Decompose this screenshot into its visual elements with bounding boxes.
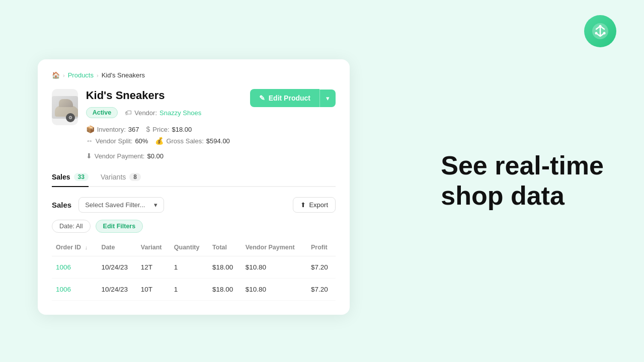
gross-sales-meta: 💰 Gross Sales: $594.00 [155, 137, 229, 145]
price-meta: $ Price: $18.00 [146, 125, 192, 133]
cell-quantity-0: 1 [170, 256, 208, 279]
col-total: Total [208, 240, 242, 256]
cell-total-0: $18.00 [208, 256, 242, 279]
vendor-payment-value: $0.00 [147, 152, 164, 160]
breadcrumb-sep-2: › [97, 72, 99, 78]
vendor-payment-label: Vendor Payment: [95, 152, 145, 160]
select-chevron-icon: ▾ [154, 201, 157, 209]
inventory-value: 367 [128, 126, 139, 133]
cell-variant-1: 10T [137, 279, 170, 301]
breadcrumb-current: Kid's Sneakers [102, 71, 145, 79]
tab-variants-badge: 8 [129, 173, 141, 181]
inventory-label: Inventory: [97, 126, 126, 133]
product-image: ⚙ [52, 89, 78, 125]
sales-section-label: Sales [52, 201, 71, 209]
edit-button-label: Edit Product [269, 94, 310, 102]
cell-vendor-payment-0: $10.80 [242, 256, 307, 279]
svg-point-2 [595, 32, 598, 35]
filter-row: Date: All Edit Filters [52, 220, 336, 233]
product-meta-row-1: Active 🏷 Vendor: Snazzy Shoes 📦 Inventor… [86, 107, 250, 133]
edit-dropdown-button[interactable]: ▾ [319, 89, 336, 107]
col-vendor-payment: Vendor Payment [242, 240, 307, 256]
tab-sales-label: Sales [52, 173, 70, 181]
edit-product-button[interactable]: ✎ Edit Product [250, 89, 319, 107]
cell-date-1: 10/24/23 [97, 279, 136, 301]
breadcrumb-products-link[interactable]: Products [68, 71, 94, 79]
image-badge: ⚙ [66, 113, 75, 122]
edit-filters-button[interactable]: Edit Filters [96, 220, 143, 233]
inventory-meta: 📦 Inventory: 367 [86, 125, 139, 133]
edit-button-group: ✎ Edit Product ▾ [250, 89, 336, 107]
export-button[interactable]: ⬆ Export [293, 197, 336, 213]
gross-sales-label: Gross Sales: [166, 137, 203, 145]
saved-filter-placeholder: Select Saved Filter... [85, 201, 145, 209]
sales-table: Order ID ↓ Date Variant Quantity Total V… [52, 240, 336, 301]
breadcrumb: 🏠 › Products › Kid's Sneakers [52, 71, 336, 79]
tab-variants-label: Variants [101, 173, 126, 181]
product-header: ⚙ Kid's Sneakers Active 🏷 Vendor: Snazzy… [52, 89, 336, 160]
cell-total-1: $18.00 [208, 279, 242, 301]
col-order-id: Order ID ↓ [52, 240, 97, 256]
col-profit: Profit [307, 240, 336, 256]
home-icon[interactable]: 🏠 [52, 71, 60, 79]
tab-sales-badge: 33 [74, 173, 89, 181]
export-icon: ⬆ [300, 201, 306, 209]
table-body: 1006 10/24/23 12T 1 $18.00 $10.80 $7.20 … [52, 256, 336, 301]
price-label: Price: [152, 126, 169, 133]
vendor-split-value: 60% [135, 137, 148, 145]
cell-order-id-0[interactable]: 1006 [52, 256, 97, 279]
cell-profit-0: $7.20 [307, 256, 336, 279]
app-logo [584, 15, 616, 47]
table-head: Order ID ↓ Date Variant Quantity Total V… [52, 240, 336, 256]
col-date: Date [97, 240, 136, 256]
vendor-payment-icon: ⬇ [86, 152, 92, 160]
product-name: Kid's Sneakers [86, 89, 250, 102]
edit-icon: ✎ [259, 94, 265, 102]
tab-sales[interactable]: Sales 33 [52, 168, 89, 187]
status-badge: Active [86, 107, 118, 118]
tabs: Sales 33 Variants 8 [52, 168, 336, 187]
vendor-label: Vendor: [134, 109, 157, 117]
chevron-down-icon: ▾ [326, 95, 330, 102]
sort-icon-order-id: ↓ [85, 244, 88, 250]
vendor-icon: 🏷 [125, 109, 132, 117]
col-quantity: Quantity [170, 240, 208, 256]
cell-date-0: 10/24/23 [97, 256, 136, 279]
logo-icon [591, 22, 609, 40]
cell-order-id-1[interactable]: 1006 [52, 279, 97, 301]
svg-point-3 [603, 32, 606, 35]
breadcrumb-sep-1: › [63, 72, 65, 78]
vendor-split-label: Vendor Split: [96, 137, 133, 145]
vendor-split-meta: ↔ Vendor Split: 60% [86, 137, 148, 145]
cell-vendor-payment-1: $10.80 [242, 279, 307, 301]
export-label: Export [309, 201, 328, 209]
product-meta-row-2: ↔ Vendor Split: 60% 💰 Gross Sales: $594.… [86, 137, 250, 160]
toolbar-left: Sales Select Saved Filter... ▾ [52, 197, 164, 213]
vendor-value[interactable]: Snazzy Shoes [159, 109, 201, 117]
vendor-payment-meta: ⬇ Vendor Payment: $0.00 [86, 152, 164, 160]
vendor-meta: 🏷 Vendor: Snazzy Shoes [125, 109, 201, 117]
sales-toolbar: Sales Select Saved Filter... ▾ ⬆ Export [52, 197, 336, 213]
saved-filter-select[interactable]: Select Saved Filter... ▾ [78, 197, 164, 213]
tab-variants[interactable]: Variants 8 [101, 168, 141, 187]
table-header-row: Order ID ↓ Date Variant Quantity Total V… [52, 240, 336, 256]
col-variant: Variant [137, 240, 170, 256]
gross-sales-icon: 💰 [155, 137, 164, 145]
product-left: ⚙ Kid's Sneakers Active 🏷 Vendor: Snazzy… [52, 89, 250, 160]
split-icon: ↔ [86, 137, 93, 145]
svg-point-1 [599, 25, 602, 28]
cell-profit-1: $7.20 [307, 279, 336, 301]
product-card: 🏠 › Products › Kid's Sneakers ⚙ Kid's Sn… [38, 59, 350, 315]
price-icon: $ [146, 125, 150, 133]
cell-variant-0: 12T [137, 256, 170, 279]
table-row: 1006 10/24/23 10T 1 $18.00 $10.80 $7.20 [52, 279, 336, 301]
table-row: 1006 10/24/23 12T 1 $18.00 $10.80 $7.20 [52, 256, 336, 279]
price-value: $18.00 [172, 126, 192, 133]
inventory-icon: 📦 [86, 125, 95, 133]
filter-select-group: Select Saved Filter... ▾ [78, 197, 164, 213]
promo-text: See real-time shop data [441, 151, 604, 211]
gross-sales-value: $594.00 [206, 137, 230, 145]
cell-quantity-1: 1 [170, 279, 208, 301]
product-info: Kid's Sneakers Active 🏷 Vendor: Snazzy S… [86, 89, 250, 160]
date-filter-chip[interactable]: Date: All [52, 220, 91, 233]
